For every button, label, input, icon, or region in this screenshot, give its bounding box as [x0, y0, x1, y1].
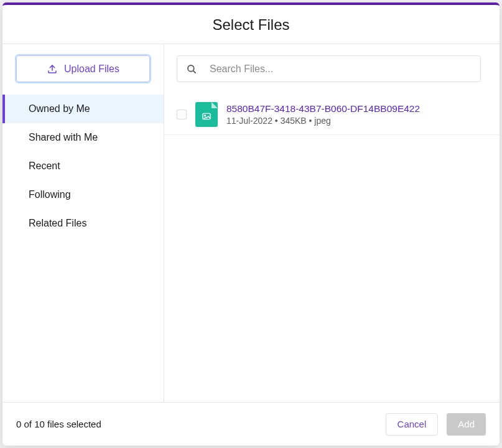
search-input[interactable] [210, 63, 472, 75]
select-files-modal: Select Files Upload Files Owned by Me Sh… [2, 2, 500, 446]
add-button[interactable]: Add [447, 413, 486, 436]
upload-files-button[interactable]: Upload Files [16, 55, 150, 82]
svg-point-3 [205, 115, 206, 116]
search-icon [186, 63, 197, 75]
sidebar-item-related-files[interactable]: Related Files [2, 209, 164, 238]
sidebar-nav: Owned by Me Shared with Me Recent Follow… [2, 95, 164, 238]
file-type-icon [195, 102, 218, 127]
sidebar-item-following[interactable]: Following [2, 180, 164, 209]
sidebar-item-recent[interactable]: Recent [2, 152, 164, 180]
selection-count: 0 of 10 files selected [16, 419, 101, 429]
file-subtext: 11-Jul-2022 • 345KB • jpeg [226, 116, 420, 126]
file-checkbox[interactable] [177, 110, 187, 119]
upload-files-label: Upload Files [64, 63, 119, 75]
file-row[interactable]: 8580B47F-3418-43B7-B060-DF14BB09E422 11-… [164, 95, 500, 135]
modal-title: Select Files [2, 16, 500, 34]
sidebar-item-shared-with-me[interactable]: Shared with Me [2, 123, 164, 152]
main-panel: 8580B47F-3418-43B7-B060-DF14BB09E422 11-… [164, 44, 500, 402]
file-list: 8580B47F-3418-43B7-B060-DF14BB09E422 11-… [164, 95, 500, 402]
file-name[interactable]: 8580B47F-3418-43B7-B060-DF14BB09E422 [226, 103, 420, 114]
modal-footer: 0 of 10 files selected Cancel Add [2, 402, 500, 446]
cancel-button[interactable]: Cancel [386, 413, 439, 436]
search-wrap [177, 55, 481, 82]
modal-body: Upload Files Owned by Me Shared with Me … [2, 44, 500, 402]
svg-line-1 [193, 70, 195, 72]
footer-actions: Cancel Add [386, 413, 486, 436]
sidebar: Upload Files Owned by Me Shared with Me … [2, 44, 164, 402]
file-meta: 8580B47F-3418-43B7-B060-DF14BB09E422 11-… [226, 103, 420, 126]
modal-header: Select Files [2, 5, 500, 44]
sidebar-item-owned-by-me[interactable]: Owned by Me [2, 95, 164, 123]
upload-icon [47, 63, 58, 75]
